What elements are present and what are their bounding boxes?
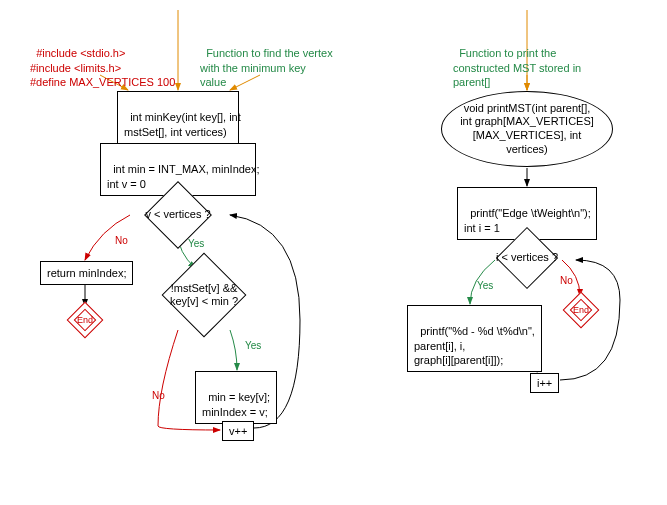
incr-v: v++	[222, 421, 254, 441]
cond-v-vertices: v < vertices ?	[154, 191, 202, 239]
return-minindex: return minIndex;	[40, 261, 133, 285]
label-yes: Yes	[477, 280, 493, 291]
label-no: No	[115, 235, 128, 246]
incr-i: i++	[530, 373, 559, 393]
func-minkey: int minKey(int key[], int mstSet[], int …	[117, 91, 239, 144]
label-yes: Yes	[245, 340, 261, 351]
func-printmst: void printMST(int parent[], int graph[MA…	[441, 91, 613, 167]
end-left: End	[72, 307, 98, 333]
label-no: No	[152, 390, 165, 401]
comment-minkey: Function to find the vertex with the min…	[200, 32, 333, 89]
label-no: No	[560, 275, 573, 286]
end-right: End	[568, 297, 594, 323]
cond-mstset: !mstSet[v] && key[v] < min ?	[174, 265, 234, 325]
cond-i-vertices: i < vertices ?	[505, 236, 549, 280]
comment-printmst: Function to print the constructed MST st…	[453, 32, 581, 89]
printf-edge: printf("%d - %d \t%d\n", parent[i], i, g…	[407, 305, 542, 372]
code-includes: #include <stdio.h> #include <limits.h> #…	[30, 32, 175, 89]
label-yes: Yes	[188, 238, 204, 249]
assign-min: min = key[v]; minIndex = v;	[195, 371, 277, 424]
